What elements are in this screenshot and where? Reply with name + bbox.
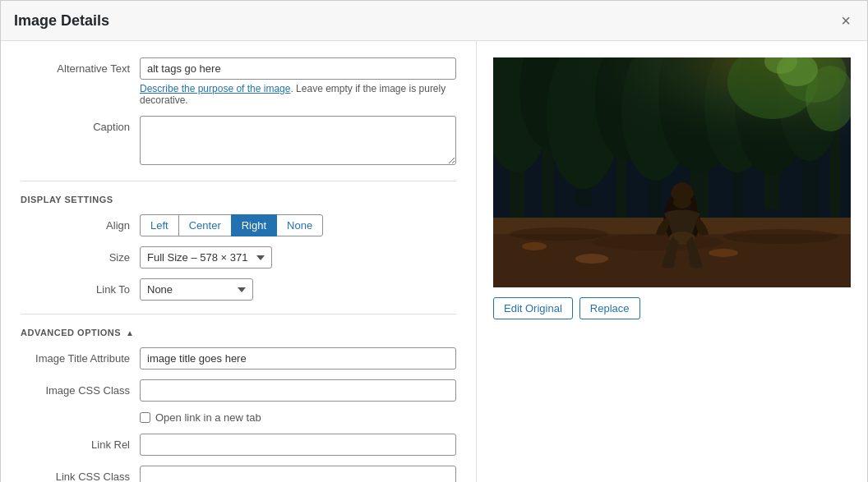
title-attr-input[interactable] <box>140 347 456 370</box>
alt-text-row: Alternative Text Describe the purpose of… <box>21 57 456 106</box>
align-left-button[interactable]: Left <box>140 214 179 236</box>
new-tab-row: Open link in a new tab <box>140 411 456 424</box>
align-none-button[interactable]: None <box>276 214 323 236</box>
left-panel: Alternative Text Describe the purpose of… <box>1 41 477 482</box>
svg-point-27 <box>510 227 608 241</box>
display-settings-heading: DISPLAY SETTINGS <box>21 181 456 204</box>
image-preview <box>493 57 851 287</box>
new-tab-checkbox[interactable] <box>140 412 150 423</box>
caption-row: Caption <box>21 116 456 168</box>
caption-control <box>140 116 456 168</box>
svg-point-34 <box>671 182 694 209</box>
link-css-control <box>140 466 456 482</box>
align-control: Left Center Right None <box>140 214 456 236</box>
image-details-modal: Image Details × Alternative Text Describ… <box>0 0 868 482</box>
title-attr-row: Image Title Attribute <box>21 347 456 370</box>
caption-input[interactable] <box>140 116 456 165</box>
size-label: Size <box>21 246 140 264</box>
advanced-options-label: ADVANCED OPTIONS <box>21 328 121 337</box>
css-class-control <box>140 379 456 402</box>
link-rel-row: Link Rel <box>21 434 456 456</box>
css-class-input[interactable] <box>140 379 456 402</box>
link-to-select[interactable]: None Media File Attachment Page Custom U… <box>140 278 253 301</box>
link-rel-input[interactable] <box>140 434 456 456</box>
svg-point-31 <box>575 254 608 264</box>
align-center-button[interactable]: Center <box>178 214 232 236</box>
modal-title: Image Details <box>14 12 109 30</box>
edit-original-button[interactable]: Edit Original <box>493 297 573 319</box>
alt-text-control: Describe the purpose of the image. Leave… <box>140 57 456 106</box>
link-to-control: None Media File Attachment Page Custom U… <box>140 278 456 301</box>
advanced-arrow: ▲ <box>126 328 134 337</box>
link-css-input[interactable] <box>140 466 456 482</box>
align-label: Align <box>21 214 140 232</box>
forest-svg <box>493 57 851 287</box>
link-to-row: Link To None Media File Attachment Page … <box>21 278 456 301</box>
css-class-row: Image CSS Class <box>21 379 456 402</box>
right-panel: Edit Original Replace <box>477 41 867 482</box>
title-attr-control <box>140 347 456 370</box>
align-right-button[interactable]: Right <box>231 214 277 236</box>
modal-body: Alternative Text Describe the purpose of… <box>1 41 867 482</box>
title-attr-label: Image Title Attribute <box>21 347 140 365</box>
svg-point-32 <box>709 249 738 257</box>
svg-point-29 <box>723 229 838 244</box>
alt-text-input[interactable] <box>140 57 456 80</box>
link-to-label: Link To <box>21 278 140 296</box>
image-action-buttons: Edit Original Replace <box>493 297 640 319</box>
close-button[interactable]: × <box>838 11 854 30</box>
size-row: Size Full Size – 578 × 371 Large Medium … <box>21 246 456 269</box>
replace-button[interactable]: Replace <box>579 297 640 319</box>
link-rel-control <box>140 434 456 456</box>
align-buttons: Left Center Right None <box>140 214 456 236</box>
size-control: Full Size – 578 × 371 Large Medium Thumb… <box>140 246 456 269</box>
alt-text-help-link[interactable]: Describe the purpose of the image <box>140 83 290 94</box>
modal-header: Image Details × <box>1 1 867 41</box>
new-tab-label[interactable]: Open link in a new tab <box>155 411 261 424</box>
alt-text-help: Describe the purpose of the image. Leave… <box>140 83 456 106</box>
link-css-row: Link CSS Class <box>21 466 456 482</box>
alt-text-label: Alternative Text <box>21 57 140 75</box>
caption-label: Caption <box>21 116 140 133</box>
css-class-label: Image CSS Class <box>21 379 140 397</box>
link-rel-label: Link Rel <box>21 434 140 451</box>
svg-point-28 <box>592 234 723 250</box>
advanced-options-heading[interactable]: ADVANCED OPTIONS ▲ <box>21 314 456 337</box>
align-row: Align Left Center Right None <box>21 214 456 236</box>
link-css-label: Link CSS Class <box>21 466 140 482</box>
svg-point-30 <box>522 242 547 250</box>
size-select[interactable]: Full Size – 578 × 371 Large Medium Thumb… <box>140 246 272 269</box>
